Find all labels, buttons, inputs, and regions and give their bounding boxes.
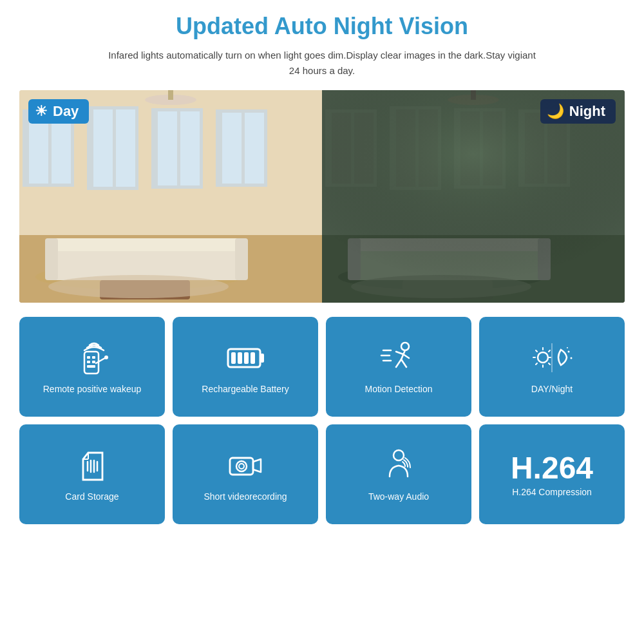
- daynight-label: DAY/Night: [531, 383, 573, 396]
- svg-point-81: [567, 347, 568, 348]
- night-panel: 🌙 Night: [322, 90, 625, 303]
- svg-line-62: [396, 352, 403, 354]
- moon-icon: 🌙: [547, 103, 564, 120]
- svg-point-90: [239, 464, 244, 469]
- battery-icon: [225, 340, 267, 375]
- feature-card-h264: H.264 H.264 Compression: [479, 424, 625, 524]
- h264-text: H.264: [511, 453, 593, 484]
- svg-rect-7: [116, 109, 135, 187]
- svg-rect-55: [260, 354, 264, 363]
- day-night-comparison: ☀ Day: [19, 90, 625, 303]
- svg-rect-50: [87, 361, 90, 363]
- remote-wakeup-label: Remote positive wakeup: [43, 383, 142, 396]
- svg-point-92: [393, 450, 404, 460]
- svg-rect-17: [45, 238, 58, 280]
- night-label: 🌙 Night: [540, 99, 616, 124]
- main-title: Updated Auto Night Vision: [176, 13, 468, 40]
- svg-rect-9: [158, 111, 177, 185]
- motion-label: Motion Detection: [365, 383, 432, 396]
- sdcard-icon: [71, 448, 113, 483]
- svg-rect-59: [251, 352, 255, 364]
- svg-point-53: [104, 355, 108, 359]
- audio-icon: [378, 448, 420, 483]
- svg-point-70: [538, 352, 548, 363]
- svg-line-63: [403, 354, 409, 358]
- svg-line-77: [536, 363, 537, 365]
- svg-rect-57: [238, 352, 242, 364]
- svg-line-65: [401, 359, 406, 367]
- svg-rect-18: [235, 238, 248, 280]
- svg-point-89: [236, 461, 247, 471]
- day-panel: ☀ Day: [19, 90, 322, 303]
- svg-line-78: [549, 363, 550, 365]
- svg-rect-22: [168, 90, 173, 100]
- svg-line-75: [536, 350, 537, 352]
- feature-card-storage: Card Storage: [19, 424, 165, 524]
- svg-rect-52: [87, 365, 95, 368]
- audio-label: Two-way Audio: [368, 491, 429, 504]
- feature-card-audio: Two-way Audio: [326, 424, 471, 524]
- svg-rect-58: [244, 352, 249, 364]
- svg-rect-16: [45, 238, 248, 251]
- day-label: ☀ Day: [28, 99, 89, 124]
- video-label: Short videorecording: [204, 491, 287, 504]
- svg-rect-49: [92, 356, 95, 359]
- svg-line-64: [396, 359, 401, 367]
- video-icon: [225, 448, 267, 483]
- motion-icon: [378, 340, 420, 375]
- svg-point-79: [567, 351, 569, 353]
- feature-card-daynight: DAY/Night: [479, 317, 625, 417]
- page-wrapper: Updated Auto Night Vision Infared lights…: [0, 0, 644, 644]
- svg-rect-12: [222, 113, 242, 184]
- h264-label: H.264 Compression: [512, 486, 592, 499]
- svg-rect-10: [180, 111, 200, 185]
- svg-rect-48: [87, 356, 90, 359]
- svg-rect-51: [92, 361, 95, 363]
- sun-icon: ☀: [35, 103, 48, 120]
- battery-label: Rechargeable Battery: [202, 383, 289, 396]
- feature-card-battery: Rechargeable Battery: [173, 317, 318, 417]
- feature-card-motion: Motion Detection: [326, 317, 471, 417]
- feature-card-remote: Remote positive wakeup: [19, 317, 165, 417]
- svg-point-80: [570, 357, 572, 359]
- remote-icon: [71, 340, 113, 375]
- svg-rect-13: [245, 113, 264, 184]
- daynight-icon: [531, 340, 573, 375]
- svg-point-60: [401, 343, 409, 350]
- svg-marker-91: [253, 459, 261, 472]
- subtitle: Infared lights automatically turn on whe…: [103, 48, 541, 79]
- svg-point-20: [48, 275, 229, 298]
- svg-rect-6: [93, 109, 113, 187]
- feature-card-video: Short videorecording: [173, 424, 318, 524]
- storage-label: Card Storage: [65, 491, 118, 504]
- svg-rect-56: [231, 352, 236, 364]
- svg-line-76: [549, 350, 550, 352]
- features-grid: Remote positive wakeup Rechargeable Batt…: [19, 317, 625, 524]
